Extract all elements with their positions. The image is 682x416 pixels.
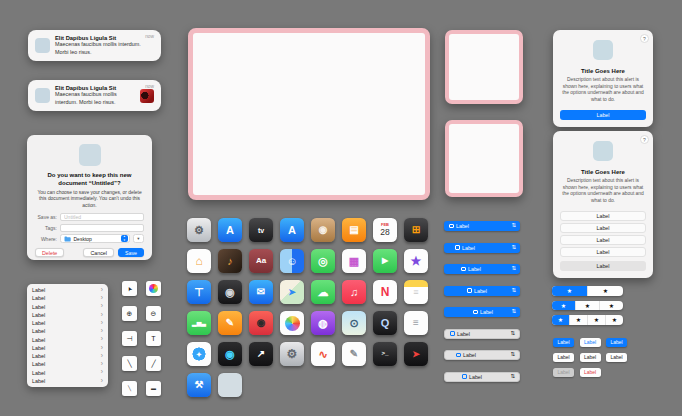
popup-button-gray[interactable]: Label⇅ <box>444 329 520 339</box>
app-icon-app-placeholder[interactable] <box>218 373 242 397</box>
tags-input[interactable] <box>60 224 144 232</box>
notification-banner[interactable]: Elit Dapibus Ligula Sit Maecenas faucibu… <box>28 30 161 61</box>
star-segment[interactable]: ★ <box>587 315 605 325</box>
app-icon-textedit[interactable]: ✎ <box>342 342 366 366</box>
app-icon-xcode[interactable]: ⚒ <box>187 373 211 397</box>
app-icon-motion[interactable]: ➤ <box>404 342 428 366</box>
app-icon-dictionary[interactable]: Aa <box>249 249 273 273</box>
star-segment[interactable]: ★ <box>575 301 599 311</box>
save-as-input[interactable] <box>60 213 144 221</box>
popup-button-blue[interactable]: Label⇅ <box>444 221 520 231</box>
help-button[interactable]: ? <box>640 34 649 43</box>
pencil-tool-button[interactable]: ╲ <box>122 381 137 396</box>
list-item[interactable]: Label› <box>27 378 108 385</box>
line-tool-button[interactable]: ╲ <box>122 356 137 371</box>
app-icon-stocks[interactable]: ↗ <box>249 342 273 366</box>
arrow-tool-button[interactable]: ╱ <box>146 356 161 371</box>
list-item[interactable]: Label› <box>27 361 108 368</box>
shape-tool-button[interactable]: ▬ <box>146 381 161 396</box>
small-button-disabled[interactable]: Label <box>553 368 574 377</box>
list-item[interactable]: Label› <box>27 295 108 302</box>
list-item[interactable]: Label› <box>27 345 108 352</box>
text-tool-button[interactable]: T <box>146 331 161 346</box>
app-icon-siri[interactable]: ◉ <box>218 342 242 366</box>
star-segment[interactable]: ★ <box>599 301 623 311</box>
app-icon-mail[interactable]: ✉ <box>249 280 273 304</box>
star-segment-selected[interactable]: ★ <box>552 315 569 325</box>
alert-button-plain[interactable]: Label <box>560 211 646 221</box>
app-icon-finder[interactable]: ☺ <box>280 249 304 273</box>
flip-tool-button[interactable]: ⊣ <box>122 331 137 346</box>
list-item[interactable]: Label› <box>27 312 108 319</box>
color-picker-tool-button[interactable] <box>146 281 161 296</box>
app-icon-logic-pro[interactable]: ◉ <box>218 280 242 304</box>
list-item[interactable]: Label› <box>27 303 108 310</box>
zoom-in-tool-button[interactable]: ⊕ <box>122 306 137 321</box>
app-icon-podcasts[interactable]: ◍ <box>311 311 335 335</box>
alert-button-primary[interactable]: Label <box>560 110 646 120</box>
app-icon-messages[interactable]: ☁ <box>311 280 335 304</box>
stepper-icon[interactable]: ▴ ▾ <box>121 235 129 243</box>
app-icon-calendar[interactable]: FEB28 <box>373 218 397 242</box>
app-icon-preview[interactable]: ⊙ <box>342 311 366 335</box>
small-button-plain[interactable]: Label <box>553 353 574 362</box>
star-segment[interactable]: ★ <box>587 286 623 296</box>
small-button-plain[interactable]: Label <box>580 353 601 362</box>
list-item[interactable]: Label› <box>27 287 108 294</box>
list-item[interactable]: Label› <box>27 320 108 327</box>
app-icon-apple-tv[interactable]: tv <box>249 218 273 242</box>
app-icon-photos[interactable] <box>280 311 304 335</box>
app-icon-music[interactable]: ♫ <box>342 280 366 304</box>
popup-button-blue[interactable]: Label⇅ <box>444 307 520 317</box>
star-segment[interactable]: ★ <box>605 315 623 325</box>
save-button[interactable]: Save <box>118 248 144 257</box>
app-icon-quicktime[interactable]: Q <box>373 311 397 335</box>
app-icon-books[interactable]: ▤ <box>342 218 366 242</box>
where-popup[interactable]: Desktop ▴ ▾ <box>60 234 130 243</box>
app-icon-notes[interactable]: ≡ <box>404 280 428 304</box>
app-icon-swift-playgrounds[interactable]: ∿ <box>311 342 335 366</box>
cursor-tool-button[interactable]: ➤ <box>122 281 137 296</box>
app-icon-contacts[interactable]: ◉ <box>311 218 335 242</box>
app-icon-maps[interactable]: ➤ <box>280 280 304 304</box>
small-button-destructive[interactable]: Label <box>580 368 601 377</box>
small-button-outline-blue[interactable]: Label <box>580 338 601 347</box>
small-button-plain[interactable]: Label <box>606 353 627 362</box>
app-icon-automator[interactable]: ⚙ <box>187 218 211 242</box>
alert-button-plain[interactable]: Label <box>560 235 646 245</box>
small-button-primary[interactable]: Label <box>553 338 574 347</box>
cancel-button[interactable]: Cancel <box>83 248 114 257</box>
popup-button-gray[interactable]: Label⇅ <box>444 372 520 382</box>
app-icon-imovie[interactable]: ★ <box>404 249 428 273</box>
list-item[interactable]: Label› <box>27 353 108 360</box>
app-icon-photo-booth[interactable]: ◉ <box>249 311 273 335</box>
star-segment[interactable]: ★ <box>569 315 587 325</box>
app-icon-keynote[interactable]: ⊤ <box>187 280 211 304</box>
delete-button[interactable]: Delete <box>35 248 64 257</box>
app-icon-pages[interactable]: ✎ <box>218 311 242 335</box>
star-segment-selected[interactable]: ★ <box>552 286 587 296</box>
notification-banner-with-art[interactable]: Elit Dapibus Ligula Sit Maecenas faucibu… <box>28 80 161 111</box>
app-icon-calculator[interactable]: ⊞ <box>404 218 428 242</box>
app-icon-system-preferences[interactable]: ⚙ <box>280 342 304 366</box>
small-button-primary[interactable]: Label <box>606 338 627 347</box>
app-icon-app-store-2[interactable]: A <box>280 218 304 242</box>
app-icon-news[interactable]: N <box>373 280 397 304</box>
star-segment-selected[interactable]: ★ <box>552 301 575 311</box>
app-icon-numbers[interactable]: ▂▅▃ <box>187 311 211 335</box>
app-icon-facetime[interactable]: ▶ <box>373 249 397 273</box>
app-icon-home[interactable]: ⌂ <box>187 249 211 273</box>
alert-button-plain[interactable]: Label <box>560 223 646 233</box>
app-icon-garageband[interactable]: ♪ <box>218 249 242 273</box>
app-icon-terminal[interactable]: >_ <box>373 342 397 366</box>
app-icon-reminders[interactable]: ≡ <box>404 311 428 335</box>
app-icon-app-store[interactable]: A <box>218 218 242 242</box>
app-icon-fitness[interactable]: ◎ <box>311 249 335 273</box>
list-item[interactable]: Label› <box>27 336 108 343</box>
help-button[interactable]: ? <box>640 135 649 144</box>
popup-button-blue[interactable]: Label⇅ <box>444 286 520 296</box>
popup-button-blue[interactable]: Label⇅ <box>444 243 520 253</box>
popup-button-blue[interactable]: Label⇅ <box>444 264 520 274</box>
expand-dropdown-button[interactable]: ▾ <box>133 234 144 243</box>
app-icon-final-cut-pro[interactable]: ▦ <box>342 249 366 273</box>
